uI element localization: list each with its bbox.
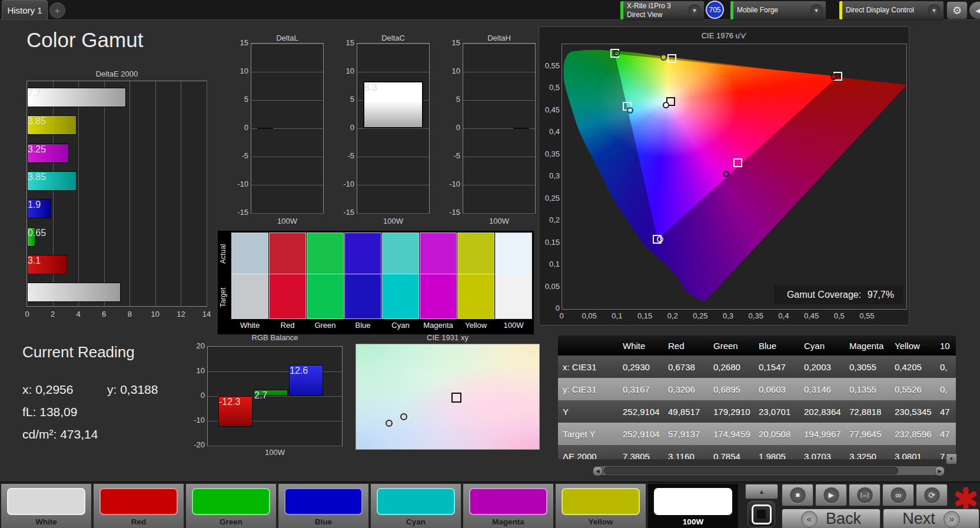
results-table: WhiteRedGreenBlueCyanMagentaYellow10x: C… [558,336,956,459]
table-hscrollbar-thumb[interactable] [604,467,898,474]
next-button[interactable]: Next » [883,509,979,528]
x-tick-label: 10 [150,310,161,318]
table-cell: 0,3055 [845,356,890,378]
actual-marker-green [613,50,620,57]
table-cell: 0,3167 [618,378,663,400]
deltae2000-chart: 7.73.853.253.851.90.653.17.3 [26,81,207,307]
tab-history-1[interactable]: History 1 [2,0,48,19]
y-tick-label: 0,4 [540,127,560,136]
app-window: History 1 + X-Rite i1Pro 3 Direct View ▼… [0,0,980,528]
table-cell: 0,4205 [890,356,935,378]
play-button[interactable]: ▶ [815,484,847,506]
deltaC-title: DeltaC [339,34,447,42]
pattern-button-cyan[interactable]: Cyan [371,484,461,528]
deltaC-bar: 8.3 [363,81,423,128]
swatch-label: Cyan [383,321,418,330]
y-tick-label: 20 [186,341,205,350]
x-tick-label: 14 [201,310,212,318]
x-tick-label: 0,5 [829,311,850,320]
reading-cdm2: cd/m²: 473,14 [22,427,98,441]
table-cell: 0,1547 [754,356,799,378]
gear-icon[interactable]: ⚙ [946,1,968,19]
y-tick-label: 10 [443,67,460,75]
y-tick-label: -5 [337,151,354,160]
page-title: Color Gamut [26,28,143,52]
gridline [251,213,323,214]
pattern-color-patch [654,488,732,515]
source-dropdown[interactable]: Mobile Forge ▼ [730,1,826,20]
swatch-target-cyan [383,274,418,318]
meter-dropdown[interactable]: X-Rite i1Pro 3 Direct View ▼ [620,1,705,20]
table-cell: 57,9137 [663,423,709,445]
table-hscrollbar[interactable]: ◀ ▶ [593,466,945,475]
play-icon: ▶ [823,487,840,504]
swatch-actual-blue [345,233,381,274]
series-button[interactable]: [↔] [849,484,881,506]
table-cell: 72,8818 [845,400,890,423]
pattern-button-yellow[interactable]: Yellow [556,484,646,528]
y-tick-label: 0,5 [540,83,560,92]
actual-marker-white [663,102,669,108]
y-tick-label: -15 [337,208,354,217]
reading-x: x: 0,2956 [22,383,73,397]
continuous-button[interactable]: ∞ [882,484,914,506]
window-frame-icon [752,504,772,524]
table-header-row: WhiteRedGreenBlueCyanMagentaYellow10 [558,336,956,356]
stop-button[interactable]: ■ [782,484,813,506]
pattern-button-magenta[interactable]: Magenta [463,484,553,528]
y-tick-label: 15 [337,38,354,47]
pattern-button-red[interactable]: Red [94,484,184,528]
table-row-label: y: CIE31 [558,378,618,400]
pattern-window-button[interactable] [748,501,775,527]
x-tick-label: 4 [72,310,84,318]
x-tick-label: 0,1 [606,311,627,320]
deltae-bar-yellow: 3.85 [27,115,77,135]
x-tick-label: 0,25 [690,311,711,320]
meter-badge[interactable]: 705 [706,1,724,19]
pattern-button-blue[interactable]: Blue [278,484,368,528]
gridline [251,157,323,157]
back-button[interactable]: « Back [782,509,881,528]
next-button-label: Next [902,510,935,528]
gridline [357,44,429,44]
gridline [251,100,323,101]
deltaC-x-label: 100W [357,217,430,225]
pattern-button-white[interactable]: White [1,484,91,528]
pattern-bar: WhiteRedGreenBlueCyanMagentaYellow100W ▲… [0,481,980,528]
table-cell: 0,1355 [845,378,890,400]
gridline [78,81,79,306]
table-cell: 3,3250 [845,445,890,459]
display-control-dropdown[interactable]: Direct Display Control ▼ [839,1,944,20]
y-tick-label: -5 [443,151,460,160]
actual-marker-cyan [627,107,633,114]
table-scroll-down-button[interactable]: ▼ [946,453,957,464]
swatch-target-green [307,274,343,318]
loop-button[interactable]: ⟳ [916,484,948,506]
table-cell: 49,8517 [663,400,709,423]
pattern-window-up-button[interactable]: ▲ [745,484,778,499]
loop-icon: ⟳ [923,487,941,504]
collapse-panel-icon[interactable]: ◀ [969,1,980,19]
gridline [207,81,207,306]
gridline [463,213,535,214]
pattern-button-label: 100W [648,517,738,526]
table-header-cell: Green [709,336,754,356]
gridline [463,44,535,44]
add-tab-button[interactable]: + [49,2,65,18]
y-tick-label: 5 [231,95,248,104]
gamut-coverage-label: Gamut Coverage: [787,290,861,300]
swatch-row-label-actual: Actual [219,233,230,274]
deltaL-x-label: 100W [251,217,324,225]
table-cell: 23,0701 [754,400,799,423]
swatch-label: Green [307,321,343,330]
table-header-cell: Magenta [845,336,890,356]
deltae-bar-blue: 1.9 [27,199,51,218]
y-tick-label: 5 [337,95,354,104]
pattern-color-patch [469,488,547,515]
pattern-button-green[interactable]: Green [186,484,276,528]
target-marker-yellow [667,54,676,63]
table-scroll-left-button[interactable]: ◀ [593,466,603,476]
pattern-color-patch [377,488,455,515]
pattern-button-100w[interactable]: 100W [648,484,738,528]
table-scroll-right-button[interactable]: ▶ [935,466,945,476]
